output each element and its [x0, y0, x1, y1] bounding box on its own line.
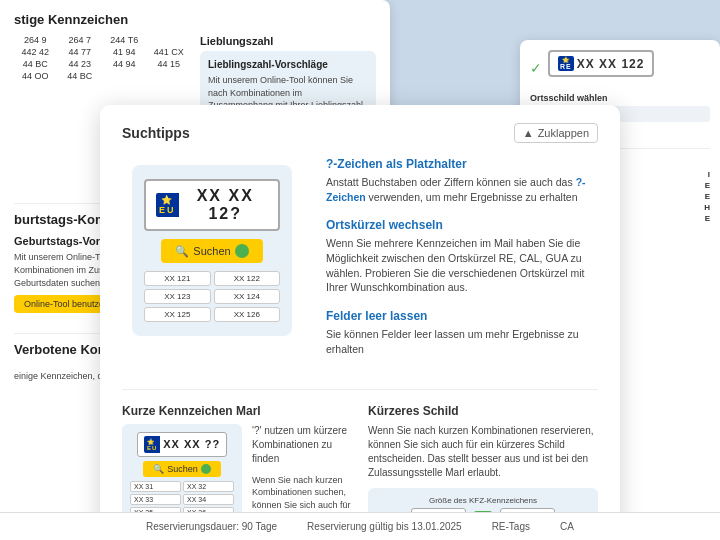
- bottom-right-text: Wenn Sie nach kurzen Kombinationen reser…: [368, 424, 598, 480]
- small-plate-display: ⭐EU XX XX ??: [137, 432, 227, 457]
- tip1-text: Anstatt Buchstaben oder Ziffern können s…: [326, 175, 598, 204]
- small-search-btn: 🔍 Suchen: [143, 461, 221, 477]
- reservation-valid-until: Reservierung gültig bis 13.01.2025: [307, 521, 462, 532]
- tip3-text: Sie können Felder leer lassen um mehr Er…: [326, 327, 598, 356]
- size-label: Größe des KFZ-Kennzeichens: [429, 496, 537, 505]
- bottom-left-title: Kurze Kennzeichen Marl: [122, 404, 352, 418]
- ortsschild-label: Ortsschild wählen: [530, 93, 710, 103]
- tip3-title: Felder leer lassen: [326, 309, 598, 323]
- search-icon-illus: 🔍: [175, 245, 189, 258]
- tip1-section: ?-Zeichen als Platzhalter Anstatt Buchst…: [326, 157, 598, 204]
- plate-illustration-box: ⭐EU XX XX 12? 🔍 Suchen XX 121 XX 122 XX …: [132, 165, 292, 336]
- right-panel-plate: ⭐ RE XX XX 122: [548, 50, 654, 77]
- reservation-duration: Reservierungsdauer: 90 Tage: [146, 521, 277, 532]
- tip1-title: ?-Zeichen als Platzhalter: [326, 157, 598, 171]
- small-search-icon: 🔍: [153, 464, 164, 474]
- bottom-left-subtitle: '?' nutzen um kürzere Kombinationen zu f…: [252, 424, 352, 466]
- tip2-section: Ortskürzel wechseln Wenn Sie mehrere Ken…: [326, 218, 598, 295]
- section1-heading: stige Kennzeichen: [14, 12, 376, 27]
- tip2-text: Wenn Sie mehrere Kennzeichen im Mail hab…: [326, 236, 598, 295]
- chevron-up-icon: ▲: [523, 127, 534, 139]
- search-button-illus: 🔍 Suchen: [161, 239, 262, 263]
- green-circle: [235, 244, 249, 258]
- toggle-row: Größe des KFZ-Kennzeichens: [429, 496, 537, 505]
- modal-illustration: ⭐EU XX XX 12? 🔍 Suchen XX 121 XX 122 XX …: [122, 157, 302, 371]
- check-icon: ✓: [530, 60, 542, 76]
- ca-label: CA: [560, 521, 574, 532]
- modal-suchtipps: Suchtipps ▲ Zuklappen ⭐EU XX XX 12? 🔍 Su…: [100, 105, 620, 540]
- plate-eu-strip: ⭐EU: [156, 193, 179, 217]
- bottom-right-title: Kürzeres Schild: [368, 404, 598, 418]
- section1-sub: Lieblungszahl: [200, 35, 376, 47]
- tips-container: ?-Zeichen als Platzhalter Anstatt Buchst…: [318, 157, 598, 371]
- re-tags-label: RE-Tags: [492, 521, 530, 532]
- tip3-section: Felder leer lassen Sie können Felder lee…: [326, 309, 598, 356]
- tip2-title: Ortskürzel wechseln: [326, 218, 598, 232]
- results-grid: XX 121 XX 122 XX 123 XX 124 XX 125 XX 12…: [144, 271, 280, 322]
- main-plate-display: ⭐EU XX XX 12?: [144, 179, 280, 231]
- collapse-button[interactable]: ▲ Zuklappen: [514, 123, 598, 143]
- footer-bar: Reservierungsdauer: 90 Tage Reservierung…: [0, 512, 720, 540]
- suggestion-heading: Lieblingszahl-Vorschläge: [208, 59, 368, 70]
- small-plate-eu-strip: ⭐EU: [144, 436, 160, 453]
- modal-title: Suchtipps: [122, 125, 190, 141]
- plate-blue-strip: ⭐ RE: [558, 56, 574, 71]
- number-grid: 264 9 264 7 244 T6 442 42 44 77 41 94 44…: [14, 35, 190, 81]
- bottom-left-illus: ⭐EU XX XX ?? 🔍 Suchen XX 31 XX 32: [122, 424, 242, 526]
- small-green-circle: [201, 464, 211, 474]
